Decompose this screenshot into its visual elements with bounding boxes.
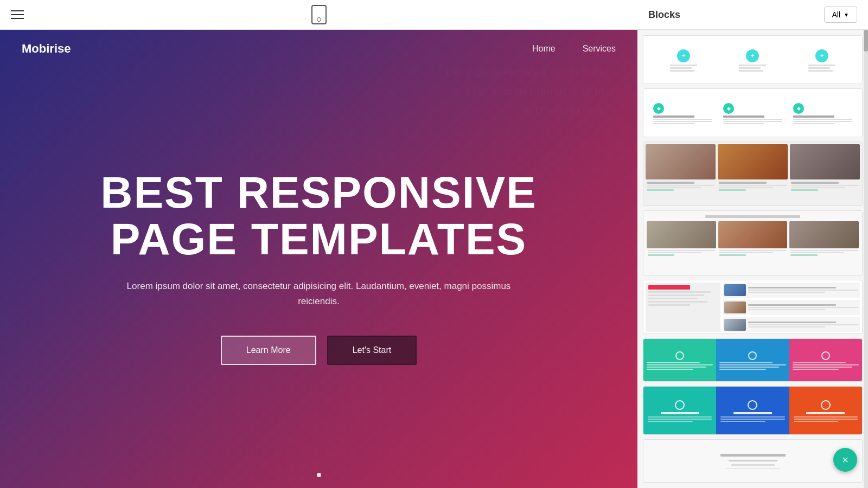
- bp6-lines-1: [647, 362, 713, 370]
- editor-panel: Mobirise Home Services BEST RESPONSIVE P…: [0, 0, 637, 488]
- filter-dropdown[interactable]: All: [824, 7, 857, 23]
- bp1-lines-2: [739, 65, 766, 72]
- learn-more-button[interactable]: Learn More: [221, 336, 316, 365]
- scrollbar-track: [864, 30, 868, 488]
- bp8-cta-content: [720, 454, 786, 469]
- bp6-icon-1: [675, 351, 684, 360]
- bp6-service-1: [643, 339, 716, 382]
- hero-section: Mobirise Home Services BEST RESPONSIVE P…: [0, 30, 637, 488]
- block-card-7[interactable]: [643, 386, 863, 435]
- block-preview-cta: [643, 440, 862, 483]
- block-preview-icon-features: ✦ ✦ ✦: [643, 36, 862, 84]
- bp8-subtitle-line: [731, 464, 775, 466]
- bp7-lines-1: [648, 416, 712, 422]
- close-button[interactable]: ×: [833, 448, 857, 472]
- blocks-panel: Blocks All ✦ ✦: [637, 0, 868, 488]
- bp8-title-line: [720, 454, 786, 457]
- bp1-icon-1: ✦: [677, 49, 690, 62]
- bp4-header: [705, 215, 801, 218]
- bp2-icon-1: ◆: [653, 103, 664, 114]
- bp3-text-2: [718, 182, 788, 191]
- bp2-feature-1: ◆: [653, 103, 712, 124]
- bp4-card-1: [647, 221, 716, 267]
- block-preview-news: [643, 280, 862, 334]
- bp5-img-1: [724, 284, 746, 296]
- bp7-lines-2: [720, 416, 784, 422]
- bp5-text-2: [748, 301, 858, 313]
- bp8-body-line: [726, 468, 780, 469]
- bp7-icon-1: [675, 400, 685, 410]
- bp1-icon-2: ✦: [746, 49, 759, 62]
- mobile-device-icon[interactable]: [311, 5, 327, 24]
- bp1-lines-3: [808, 65, 835, 72]
- bp1-icon-3: ✦: [815, 49, 828, 62]
- block-preview-colored-features: ◆ ◆: [643, 89, 862, 137]
- bp5-article-3: [723, 317, 860, 332]
- block-card-3[interactable]: [643, 142, 863, 206]
- bp7-tile-3: [789, 387, 862, 435]
- bp7-title-2: [733, 412, 772, 414]
- nav-services[interactable]: Services: [583, 44, 616, 54]
- dot-1[interactable]: [317, 473, 321, 477]
- bp7-icon-2: [748, 400, 757, 410]
- block-preview-blog: [643, 211, 862, 275]
- bp2-icon-3: ◆: [793, 103, 804, 114]
- block-card-5[interactable]: [643, 280, 863, 334]
- bp5-text-3: [748, 319, 858, 331]
- bp3-img-1: [646, 144, 716, 179]
- bp6-lines-2: [719, 362, 786, 370]
- blocks-scroll[interactable]: ✦ ✦ ✦: [637, 30, 868, 488]
- bp6-lines-3: [793, 362, 859, 370]
- scrollbar-thumb[interactable]: [864, 30, 868, 52]
- bp7-tile-1: [643, 387, 716, 435]
- block-card-1[interactable]: ✦ ✦ ✦: [643, 35, 863, 84]
- block-card-8[interactable]: [643, 439, 863, 483]
- bp4-text-1: [647, 248, 716, 258]
- toolbar-left: [11, 10, 24, 19]
- hamburger-icon[interactable]: [11, 10, 24, 19]
- blocks-title: Blocks: [648, 9, 680, 21]
- hero-title-line2: PAGE TEMPLATES: [111, 214, 527, 264]
- bp5-tag: [648, 285, 690, 290]
- bp5-img-3: [724, 319, 746, 331]
- bp6-icon-3: [821, 351, 830, 360]
- bp2-text-3: [793, 115, 852, 124]
- bp1-lines-1: [670, 65, 697, 72]
- block-card-4[interactable]: [643, 210, 863, 275]
- bp4-card-3: [789, 221, 859, 267]
- bp6-icon-2: [748, 351, 757, 360]
- blocks-header: Blocks All: [637, 0, 868, 30]
- bp5-text-1: [748, 284, 858, 296]
- bp4-img-1: [647, 221, 716, 248]
- bp4-img-3: [789, 221, 859, 248]
- bp4-img-2: [718, 221, 788, 248]
- bp7-icon-3: [821, 400, 831, 410]
- lets-start-button[interactable]: Let's Start: [327, 336, 417, 365]
- bp1-feature-3: ✦: [808, 49, 835, 72]
- block-card-2[interactable]: ◆ ◆: [643, 88, 863, 137]
- bp2-text-2: [723, 115, 782, 124]
- nav-links: Home Services: [532, 44, 616, 54]
- bp5-article-2: [723, 300, 860, 315]
- bp2-text-1: [653, 115, 712, 124]
- nav-home[interactable]: Home: [532, 44, 556, 54]
- bp4-cards-row: [647, 221, 859, 267]
- bp4-text-3: [789, 248, 859, 258]
- hero-navbar: Mobirise Home Services: [0, 30, 637, 68]
- bp5-main-article: [646, 282, 720, 332]
- block-card-6[interactable]: [643, 338, 863, 382]
- bp2-feature-2: ◆: [723, 103, 782, 124]
- carousel-dots: [317, 473, 321, 477]
- bp5-article-1: [723, 282, 860, 298]
- block-preview-tile-services: [643, 387, 862, 435]
- hero-title-line1: BEST RESPONSIVE: [100, 168, 537, 217]
- bp3-text-1: [646, 182, 716, 191]
- bp4-text-2: [718, 248, 788, 258]
- hero-buttons: Learn More Let's Start: [100, 336, 537, 365]
- bp2-feature-3: ◆: [793, 103, 852, 124]
- bp3-img-2: [718, 144, 788, 179]
- bp3-text-3: [790, 182, 860, 191]
- bp7-lines-3: [794, 416, 858, 422]
- bp7-tile-2: [716, 387, 789, 435]
- bp2-icon-2: ◆: [723, 103, 734, 114]
